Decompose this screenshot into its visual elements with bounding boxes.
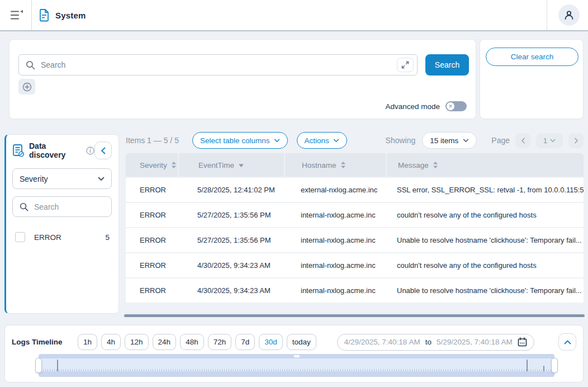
- chevron-down-icon: [98, 177, 105, 181]
- column-header-eventtime[interactable]: EventTime: [178, 153, 284, 177]
- sort-icon: [172, 162, 176, 168]
- cell-eventtime: 5/27/2025, 1:35:56 PM: [178, 236, 284, 244]
- search-icon: [26, 60, 35, 70]
- date-from: 4/29/2025, 7:40:18 AM: [344, 338, 420, 346]
- advanced-mode-toggle[interactable]: ✕: [445, 101, 467, 111]
- cell-hostname: internal-nxlog.acme.inc: [284, 236, 386, 244]
- cell-message: couldn't resolve any of the configured h…: [386, 211, 584, 219]
- range-button-12h[interactable]: 12h: [125, 334, 149, 350]
- page-number-value: 1: [543, 136, 548, 145]
- expand-search-icon[interactable]: [397, 58, 414, 72]
- facet-search-icon: [20, 202, 29, 211]
- timeline-spike: [527, 360, 528, 371]
- log-table: Severity EventTime Hostname Message ERRO…: [126, 153, 584, 304]
- range-button-4h[interactable]: 4h: [101, 334, 121, 350]
- horizontal-scrollbar[interactable]: [124, 314, 585, 317]
- range-button-24h[interactable]: 24h: [153, 334, 177, 350]
- user-avatar[interactable]: [558, 4, 580, 26]
- table-row[interactable]: ERROR 5/28/2025, 12:41:02 PM external-nx…: [126, 178, 584, 202]
- column-label: Message: [398, 161, 429, 169]
- cell-message: couldn't resolve any of the configured h…: [386, 261, 584, 270]
- sort-desc-icon: [239, 163, 244, 170]
- add-condition-button[interactable]: [18, 79, 35, 95]
- range-button-48h[interactable]: 48h: [180, 334, 204, 350]
- brush-handle-right[interactable]: [551, 358, 558, 373]
- cell-eventtime: 4/30/2025, 9:34:23 AM: [178, 286, 284, 295]
- range-button-7d[interactable]: 7d: [235, 334, 255, 350]
- search-panel: Search Advanced mode ✕: [9, 39, 476, 119]
- cell-hostname: external-nxlog.acme.inc: [284, 186, 386, 194]
- clear-search-button[interactable]: Clear search: [486, 48, 578, 66]
- chevron-up-icon: [564, 340, 571, 344]
- table-row[interactable]: ERROR 4/30/2025, 9:34:23 AM internal-nxl…: [126, 253, 584, 277]
- facet-checkbox[interactable]: [15, 232, 25, 242]
- cell-severity: ERROR: [126, 286, 178, 295]
- page-number-select[interactable]: 1: [536, 133, 563, 148]
- table-row[interactable]: ERROR 5/27/2025, 1:35:56 PM internal-nxl…: [126, 228, 584, 252]
- chevron-down-icon: [550, 139, 556, 143]
- cell-eventtime: 4/30/2025, 9:34:23 AM: [178, 261, 284, 270]
- cell-severity: ERROR: [126, 186, 178, 194]
- page-size-value: 15 items: [430, 136, 458, 145]
- timeline-spike: [57, 360, 58, 371]
- table-header-row: Severity EventTime Hostname Message: [126, 153, 584, 177]
- range-button-72h[interactable]: 72h: [208, 334, 232, 350]
- toggle-off-x-icon: ✕: [447, 102, 454, 110]
- data-discovery-title: Data discovery: [29, 141, 83, 159]
- table-row[interactable]: ERROR 4/30/2025, 9:34:23 AM internal-nxl…: [126, 279, 584, 303]
- collapse-panel-button[interactable]: [94, 141, 112, 159]
- prev-page-button[interactable]: [515, 133, 530, 148]
- column-header-hostname[interactable]: Hostname: [284, 153, 386, 177]
- cell-severity: ERROR: [126, 261, 178, 270]
- timeline-brush[interactable]: [39, 354, 554, 377]
- header-right-divider: [547, 0, 547, 30]
- logs-timeline-title: Logs Timeline: [12, 338, 78, 346]
- header-divider: [31, 0, 32, 30]
- chevron-down-icon: [333, 139, 339, 143]
- brush-handle-left[interactable]: [35, 358, 42, 373]
- logs-timeline-panel: Logs Timeline 1h 4h 12h 24h 48h 72h 7d 3…: [4, 325, 584, 383]
- range-button-today[interactable]: today: [287, 334, 316, 350]
- column-label: EventTime: [198, 161, 234, 169]
- actions-button[interactable]: Actions: [297, 132, 347, 149]
- date-range-picker[interactable]: 4/29/2025, 7:40:18 AM to 5/29/2025, 7:40…: [337, 334, 534, 351]
- showing-label: Showing: [386, 136, 416, 145]
- collapse-timeline-button[interactable]: [558, 333, 576, 351]
- page-title: System: [55, 11, 86, 20]
- search-button[interactable]: Search: [425, 54, 469, 75]
- cell-hostname: internal-nxlog.acme.inc: [284, 211, 386, 219]
- facet-field-select[interactable]: Severity: [12, 168, 112, 189]
- items-count: Items 1 — 5 / 5: [126, 136, 179, 145]
- range-button-1h[interactable]: 1h: [78, 334, 97, 350]
- info-icon[interactable]: [86, 147, 94, 155]
- column-header-message[interactable]: Message: [386, 153, 584, 177]
- brush-grip: [294, 355, 300, 357]
- next-page-button[interactable]: [568, 133, 584, 148]
- calendar-icon: [518, 337, 527, 347]
- date-to-label: to: [425, 338, 431, 346]
- page-size-select[interactable]: 15 items: [422, 132, 477, 149]
- table-row[interactable]: ERROR 5/27/2025, 1:35:56 PM internal-nxl…: [126, 203, 584, 227]
- sort-icon: [341, 162, 345, 168]
- chevron-down-icon: [274, 139, 280, 143]
- range-button-30d[interactable]: 30d: [259, 334, 283, 350]
- brush-top-bar[interactable]: [39, 354, 554, 358]
- facet-item-error[interactable]: ERROR 5: [12, 232, 112, 242]
- column-header-severity[interactable]: Severity: [126, 153, 178, 177]
- app-header: System: [0, 0, 588, 31]
- select-columns-label: Select table columns: [200, 136, 270, 145]
- select-columns-button[interactable]: Select table columns: [192, 132, 288, 149]
- brush-selection-area[interactable]: [39, 358, 554, 369]
- clear-search-panel: Clear search: [480, 39, 584, 119]
- facet-search-input[interactable]: [34, 202, 111, 211]
- column-label: Severity: [140, 161, 167, 169]
- brush-bottom-bar: [39, 371, 554, 377]
- cell-severity: ERROR: [126, 236, 178, 244]
- system-document-icon: [39, 8, 50, 22]
- cell-severity: ERROR: [126, 211, 178, 219]
- data-discovery-icon: [12, 144, 25, 157]
- search-input[interactable]: [41, 60, 397, 69]
- menu-toggle-icon[interactable]: [10, 10, 23, 21]
- cell-hostname: internal-nxlog.acme.inc: [284, 261, 386, 270]
- cell-message: SSL error, SSL_ERROR_SSL: retval -1, fro…: [386, 186, 584, 194]
